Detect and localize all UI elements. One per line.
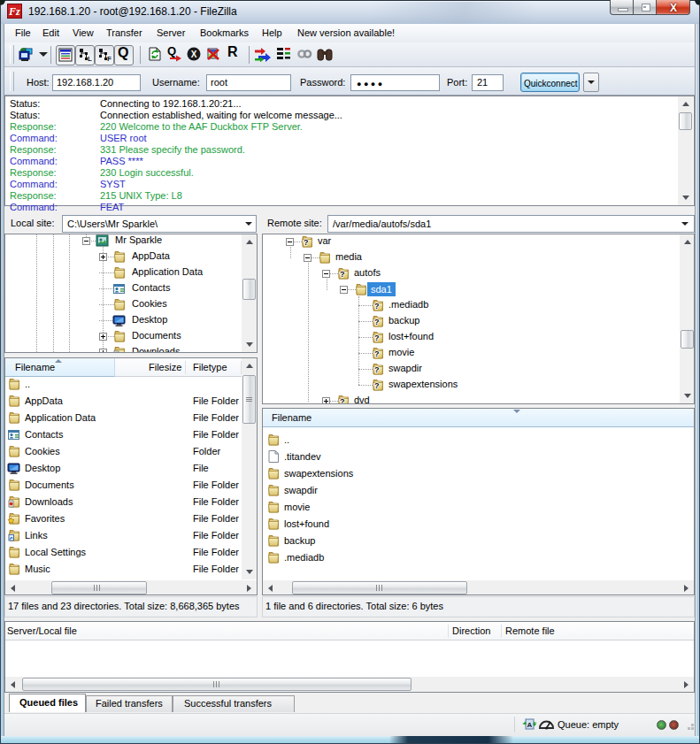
svg-text:F: F: [107, 55, 112, 62]
svg-text:X: X: [191, 50, 197, 59]
svg-text:Fz: Fz: [8, 5, 20, 18]
svg-text:A: A: [527, 721, 533, 729]
svg-text:L: L: [88, 55, 92, 62]
